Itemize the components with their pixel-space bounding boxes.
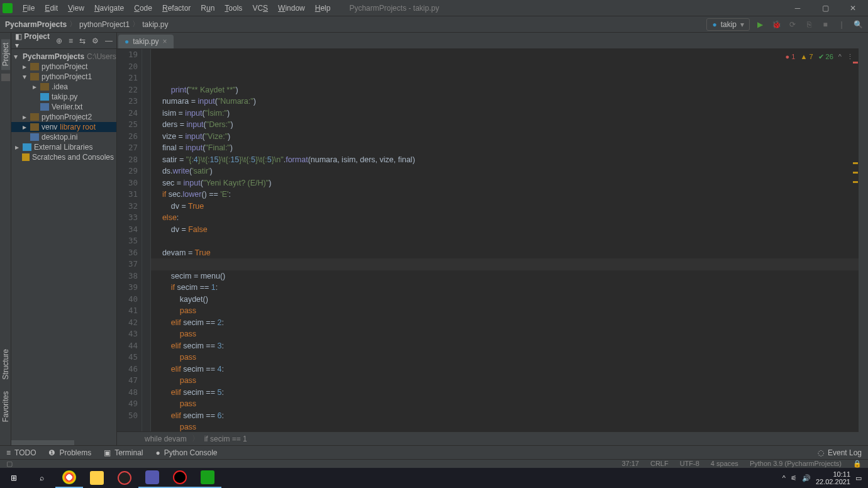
app-logo xyxy=(3,3,13,13)
tree-root-path: C:\Users xyxy=(87,52,116,61)
line-gutter[interactable]: 19 20 21 22 23 24 25 26 27 28 29 30 31 3… xyxy=(117,49,142,431)
attach-process-button[interactable]: ⎘ xyxy=(804,20,814,29)
status-square-icon[interactable]: ▢ xyxy=(6,460,13,468)
error-stripe[interactable] xyxy=(852,49,859,431)
menu-help[interactable]: Help xyxy=(311,3,335,14)
warning-count: 7 xyxy=(809,53,813,60)
problems-tool-button[interactable]: ❶Problems xyxy=(48,448,91,457)
breadcrumb[interactable]: PycharmProjects 〉 pythonProject1 〉 takip… xyxy=(5,19,168,30)
close-tab-icon[interactable]: × xyxy=(163,37,167,46)
menu-window[interactable]: Window xyxy=(274,3,309,14)
crumb-1[interactable]: while devam xyxy=(145,435,187,443)
taskbar-pycharm[interactable] xyxy=(194,468,221,488)
project-tool-header: ◧ Project ▾ ⊕ ≡ ⇆ ⚙ — xyxy=(11,33,116,49)
settings-icon[interactable]: ⚙ xyxy=(92,36,99,45)
editor-tabs: ● takip.py × xyxy=(117,33,859,49)
menu-tools[interactable]: Tools xyxy=(221,3,246,14)
menu-navigate[interactable]: Navigate xyxy=(91,3,128,14)
code-crumbs[interactable]: while devam 〉 if secim == 1 xyxy=(117,431,859,445)
event-log-button[interactable]: ◌Event Log xyxy=(818,448,862,457)
tree-root-label: PycharmProjects xyxy=(23,52,84,61)
project-tool-button[interactable]: Project xyxy=(1,39,10,70)
debug-button[interactable]: 🐞 xyxy=(771,20,781,29)
breadcrumb-project[interactable]: pythonProject1 xyxy=(79,20,130,29)
python-console-tool-button[interactable]: ●Python Console xyxy=(156,448,218,457)
maximize-button[interactable]: ▢ xyxy=(813,0,838,16)
windows-taskbar: ⊞ ⌕ ^ ⚟ 🔊 10:11 22.02.2021 ▭ xyxy=(0,468,868,488)
select-opened-file-icon[interactable]: ⊕ xyxy=(56,36,62,45)
file-encoding[interactable]: UTF-8 xyxy=(680,460,699,468)
project-view-selector[interactable]: ◧ Project ▾ xyxy=(15,32,51,50)
menu-code[interactable]: Code xyxy=(130,3,156,14)
menu-edit[interactable]: Edit xyxy=(41,3,62,14)
line-separator[interactable]: CRLF xyxy=(650,460,669,468)
run-button[interactable]: ▶ xyxy=(755,20,765,29)
divider: | xyxy=(837,20,847,29)
scratches-consoles[interactable]: Scratches and Consoles xyxy=(11,152,116,162)
indent-settings[interactable]: 4 spaces xyxy=(711,460,738,468)
tray-wifi-icon[interactable]: ⚟ xyxy=(791,474,797,482)
taskbar-teams[interactable] xyxy=(138,468,166,488)
tray-chevron-icon[interactable]: ^ xyxy=(782,474,786,482)
run-configuration[interactable]: ● takip ▾ xyxy=(706,18,750,31)
favorites-tool-button[interactable]: Favorites xyxy=(1,387,10,426)
tree-root[interactable]: ▾ PycharmProjects C:\Users xyxy=(11,52,116,62)
structure-tool-button[interactable]: Structure xyxy=(1,345,10,384)
crumb-2[interactable]: if secim == 1 xyxy=(204,435,247,443)
menu-vcs[interactable]: VCS xyxy=(248,3,272,14)
inspection-widget[interactable]: ● 1 ▲ 7 ✔ 26 ^ ⋮ xyxy=(786,53,854,61)
hide-icon[interactable]: — xyxy=(105,36,113,45)
menu-view[interactable]: View xyxy=(64,3,88,14)
stop-button[interactable]: ■ xyxy=(820,20,830,29)
breadcrumb-root[interactable]: PycharmProjects xyxy=(5,20,67,29)
fold-strip[interactable] xyxy=(142,49,151,431)
editor[interactable]: 19 20 21 22 23 24 25 26 27 28 29 30 31 3… xyxy=(117,49,859,431)
terminal-tool-button[interactable]: ▣Terminal xyxy=(104,448,143,457)
search-button[interactable]: ⌕ xyxy=(28,468,55,488)
external-libraries[interactable]: ▸ External Libraries xyxy=(11,142,116,152)
horizontal-scrollbar[interactable] xyxy=(11,440,74,445)
menu-run[interactable]: Run xyxy=(197,3,218,14)
tray-clock[interactable]: 10:11 22.02.2021 xyxy=(816,470,850,485)
taskbar-opera[interactable] xyxy=(166,468,194,488)
system-tray[interactable]: ^ ⚟ 🔊 10:11 22.02.2021 ▭ xyxy=(782,470,868,485)
editor-area: ● takip.py × 19 20 21 22 23 24 25 26 27 … xyxy=(117,33,859,445)
close-button[interactable]: ✕ xyxy=(840,0,865,16)
left-tool-strip: Project Structure Favorites xyxy=(0,33,11,445)
tree-item[interactable]: ▸venv library root xyxy=(11,122,116,132)
taskbar-explorer[interactable] xyxy=(83,468,111,488)
project-tree[interactable]: ▾ PycharmProjects C:\Users ▸pythonProjec… xyxy=(11,49,116,438)
tree-item[interactable]: ▸.idea xyxy=(11,82,116,92)
menu-refactor[interactable]: Refactor xyxy=(159,3,194,14)
minimize-button[interactable]: ─ xyxy=(785,0,810,16)
run-with-coverage-button[interactable]: ⟳ xyxy=(787,20,798,29)
editor-tab-label: takip.py xyxy=(133,37,159,46)
start-button[interactable]: ⊞ xyxy=(0,468,28,488)
taskbar-chrome[interactable] xyxy=(55,468,83,488)
status-bar: ▢ 37:17 CRLF UTF-8 4 spaces Python 3.9 (… xyxy=(0,459,868,468)
breadcrumb-file[interactable]: takip.py xyxy=(142,20,168,29)
search-everywhere-button[interactable]: 🔍 xyxy=(853,20,863,29)
tree-item[interactable]: Veriler.txt xyxy=(11,102,116,112)
menu-file[interactable]: File xyxy=(19,3,38,14)
tree-item[interactable]: takip.py xyxy=(11,92,116,102)
interpreter[interactable]: Python 3.9 (PycharmProjects) xyxy=(750,460,842,468)
tree-item[interactable]: ▸pythonProject xyxy=(11,62,116,72)
tray-notifications-icon[interactable]: ▭ xyxy=(855,474,862,482)
tree-item[interactable]: ▸pythonProject2 xyxy=(11,112,116,122)
todo-tool-button[interactable]: ≡TODO xyxy=(6,448,36,457)
expand-all-icon[interactable]: ≡ xyxy=(69,36,73,45)
clock-time: 10:11 xyxy=(816,470,850,478)
collapse-all-icon[interactable]: ⇆ xyxy=(79,36,86,45)
caret-position[interactable]: 37:17 xyxy=(621,460,639,468)
tray-volume-icon[interactable]: 🔊 xyxy=(802,474,811,482)
external-libraries-label: External Libraries xyxy=(34,143,92,152)
bookmarks-tool-button-icon[interactable] xyxy=(1,74,10,81)
tree-item[interactable]: desktop.ini xyxy=(11,132,116,142)
editor-tab[interactable]: ● takip.py × xyxy=(118,35,174,48)
lock-icon[interactable]: 🔒 xyxy=(853,460,862,468)
window-title: PycharmProjects - takip.py xyxy=(349,4,439,13)
taskbar-app1[interactable] xyxy=(111,468,138,488)
tree-item[interactable]: ▾pythonProject1 xyxy=(11,72,116,82)
code-area[interactable]: print("** Kaydet **") numara = input("Nu… xyxy=(151,49,859,431)
